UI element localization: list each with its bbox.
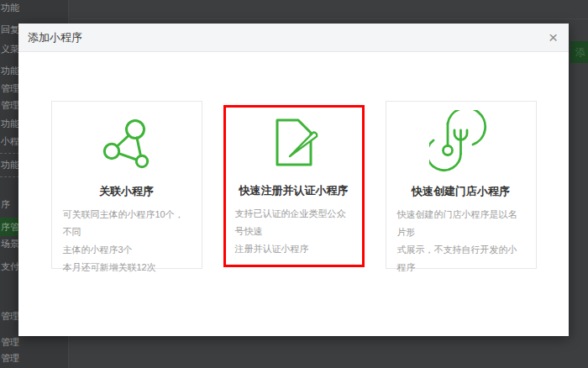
- sidebar-item: 功能: [1, 118, 19, 129]
- sidebar-item: 管理: [1, 100, 19, 111]
- sidebar-item: 功能: [1, 160, 19, 171]
- page-header-divider: [70, 18, 588, 19]
- sidebar-item: 功能: [1, 3, 19, 13]
- sidebar-item: 回复: [1, 24, 19, 35]
- sidebar-item: 场景: [1, 239, 19, 250]
- card-link-miniprogram[interactable]: 关联小程序 可关联同主体的小程序10个，不同 主体的小程序3个 本月还可新增关联…: [51, 101, 202, 269]
- add-miniprogram-modal: 添加小程序 × 关联小程序 可关联同主体的小程序10个，不同 主体的: [18, 24, 569, 336]
- card-title: 快速注册并认证小程序: [226, 183, 362, 198]
- modal-header: 添加小程序 ×: [18, 24, 569, 52]
- option-cards-row: 关联小程序 可关联同主体的小程序10个，不同 主体的小程序3个 本月还可新增关联…: [18, 101, 569, 269]
- fork-spoon-icon: [386, 110, 536, 174]
- card-create-store-miniprogram[interactable]: 快速创建门店小程序 快速创建的门店小程序是以名片形 式展示，不支持自行开发的小程…: [386, 101, 537, 269]
- close-icon[interactable]: ×: [549, 24, 558, 52]
- sidebar-item: 支付: [1, 261, 19, 272]
- card-desc: 快速创建的门店小程序是以名片形 式展示，不支持自行开发的小程序: [397, 206, 525, 276]
- card-title: 关联小程序: [52, 184, 202, 199]
- sidebar-item: 管理: [1, 353, 19, 364]
- card-title: 快速创建门店小程序: [386, 184, 536, 199]
- modal-title: 添加小程序: [18, 24, 569, 52]
- dimmed-add-button: 添: [570, 41, 588, 63]
- card-desc: 支持已认证的企业类型公众号快速 注册并认证小程序: [235, 205, 353, 258]
- network-nodes-icon: [52, 110, 202, 174]
- screen: 功能 回复 义菜单 功能 管理 管理 功能 小程序 功能 序 序管理 场景 支付…: [0, 0, 588, 368]
- sidebar-item: 序: [1, 199, 10, 210]
- sidebar-item: 管理: [1, 337, 19, 348]
- document-pen-icon: [226, 109, 362, 173]
- sidebar-item: 功能: [1, 66, 19, 76]
- sidebar-item: 管理: [1, 311, 19, 322]
- card-quick-register-verify[interactable]: 快速注册并认证小程序 支持已认证的企业类型公众号快速 注册并认证小程序: [223, 105, 365, 267]
- sidebar-item: 管理: [1, 83, 19, 94]
- card-desc: 可关联同主体的小程序10个，不同 主体的小程序3个 本月还可新增关联12次: [63, 206, 191, 276]
